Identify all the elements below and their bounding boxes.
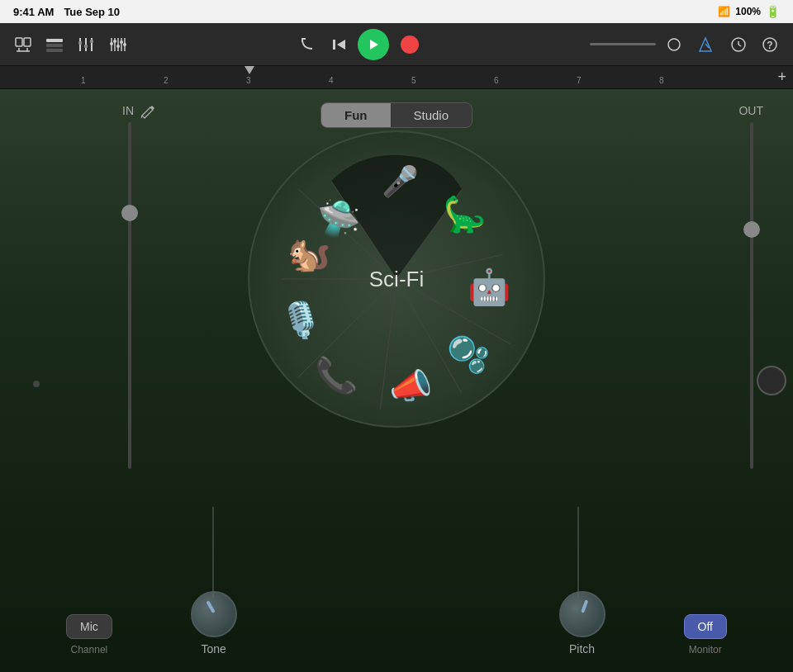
pencil-icon[interactable] — [140, 104, 155, 123]
voice-megaphone[interactable]: 📣 — [389, 369, 432, 404]
svg-marker-24 — [337, 40, 345, 50]
mode-tabs: Fun Studio — [321, 102, 472, 128]
ruler-mark-6: 6 — [494, 76, 499, 85]
new-track-button[interactable] — [10, 31, 36, 58]
clock-button[interactable] — [725, 31, 752, 58]
fun-tab[interactable]: Fun — [321, 103, 391, 127]
voice-monster[interactable]: 🦕 — [443, 197, 486, 232]
svg-rect-13 — [90, 40, 93, 43]
mic-emoji: 🎤 — [382, 167, 419, 196]
battery-label: 100% — [735, 6, 761, 17]
status-date: Tue Sep 10 — [64, 6, 120, 18]
progress-area — [590, 31, 719, 58]
squirrel-emoji: 🐿️ — [287, 237, 330, 272]
bottom-controls: Mic Channel Tone Pitch Off Monitor — [0, 591, 793, 655]
out-slider-handle[interactable] — [743, 221, 760, 238]
ruler-mark-2: 2 — [164, 76, 169, 85]
channel-label: Channel — [71, 644, 108, 655]
eq-button[interactable] — [104, 31, 131, 58]
pitch-label: Pitch — [569, 642, 595, 655]
svg-point-23 — [123, 43, 126, 46]
voice-mic[interactable]: 🎤 — [382, 167, 419, 196]
song-progress[interactable] — [590, 43, 656, 45]
svg-line-35 — [141, 116, 142, 118]
toolbar-left-group — [10, 31, 131, 58]
ruler-mark-8: 8 — [659, 76, 664, 85]
ufo-emoji: 🛸 — [317, 201, 360, 236]
help-button[interactable]: ? — [757, 31, 783, 58]
megaphone-emoji: 📣 — [389, 369, 432, 404]
mic-button[interactable]: Mic — [66, 614, 112, 639]
wifi-icon: 📶 — [718, 6, 730, 17]
ruler-mark-5: 5 — [411, 76, 416, 85]
svg-rect-0 — [16, 38, 22, 46]
tone-knob[interactable] — [191, 591, 237, 637]
toolbar-right-group: ? — [725, 31, 783, 58]
toolbar-center-group — [295, 29, 425, 60]
metronome-button[interactable] — [692, 31, 719, 58]
circle-button[interactable] — [661, 31, 687, 58]
status-time: 9:41 AM — [13, 6, 54, 18]
voice-telephone[interactable]: 📞 — [315, 358, 358, 393]
monitor-button[interactable]: Off — [684, 614, 727, 639]
ruler-mark-1: 1 — [81, 76, 86, 85]
monster-emoji: 🦕 — [443, 197, 486, 232]
svg-point-19 — [110, 42, 113, 45]
add-track-button[interactable]: + — [777, 69, 786, 86]
svg-rect-25 — [333, 40, 335, 50]
stand-mic-emoji: 🎙️ — [279, 303, 322, 338]
tone-group: Tone — [191, 591, 237, 655]
in-slider-track — [128, 122, 131, 469]
telephone-emoji: 📞 — [315, 358, 358, 393]
studio-tab[interactable]: Studio — [390, 103, 472, 127]
voice-squirrel[interactable]: 🐿️ — [287, 237, 330, 272]
robot-emoji: 🤖 — [468, 270, 510, 305]
tracks-view-button[interactable] — [41, 31, 68, 58]
svg-marker-26 — [370, 40, 378, 50]
toolbar: ? — [0, 23, 793, 66]
main-content: IN OUT Fun Studio — [0, 89, 793, 672]
in-label: IN — [122, 104, 134, 117]
svg-line-32 — [738, 45, 741, 46]
side-indicator — [33, 381, 40, 387]
svg-rect-6 — [46, 44, 63, 47]
mic-channel-group: Mic Channel — [66, 614, 112, 655]
voice-bubbles[interactable]: 🫧 — [447, 338, 490, 372]
bubbles-emoji: 🫧 — [447, 338, 490, 372]
play-button[interactable] — [358, 29, 389, 60]
svg-point-27 — [668, 39, 680, 50]
status-bar: 9:41 AM Tue Sep 10 📶 100% 🔋 — [0, 0, 793, 23]
in-slider-handle[interactable] — [121, 205, 138, 221]
ruler-mark-4: 4 — [329, 76, 334, 85]
svg-rect-1 — [24, 38, 31, 46]
battery-icon: 🔋 — [766, 5, 780, 18]
timeline-ruler[interactable]: 1 2 3 4 5 6 7 8 + — [0, 66, 793, 89]
svg-point-21 — [116, 45, 120, 48]
out-slider-track — [750, 122, 753, 469]
svg-rect-7 — [46, 49, 63, 52]
voice-wheel-container: Sci-Fi 🛸 🎤 🦕 🤖 🫧 — [248, 130, 545, 428]
go-to-start-button[interactable] — [326, 31, 353, 58]
voice-wheel[interactable]: Sci-Fi 🛸 🎤 🦕 🤖 🫧 — [248, 130, 545, 428]
monitor-group: Off Monitor — [684, 614, 727, 655]
pitch-knob[interactable] — [559, 591, 605, 637]
ruler-marks: 1 2 3 4 5 6 7 8 — [7, 66, 786, 88]
svg-rect-11 — [78, 41, 82, 45]
voice-ufo[interactable]: 🛸 — [317, 201, 360, 236]
tone-label: Tone — [202, 642, 226, 655]
record-button[interactable] — [394, 29, 425, 60]
svg-text:?: ? — [767, 40, 772, 51]
pitch-group: Pitch — [559, 591, 605, 655]
ruler-mark-7: 7 — [577, 76, 582, 85]
home-button[interactable] — [757, 366, 786, 395]
monitor-label: Monitor — [689, 644, 722, 655]
svg-rect-5 — [46, 39, 63, 42]
playhead[interactable] — [245, 66, 254, 74]
svg-point-22 — [120, 40, 123, 44]
voice-robot[interactable]: 🤖 — [468, 270, 510, 305]
svg-point-20 — [113, 40, 116, 43]
mixer-button[interactable] — [73, 31, 99, 58]
voice-stand-mic[interactable]: 🎙️ — [279, 303, 322, 338]
undo-button[interactable] — [295, 31, 321, 58]
out-label: OUT — [738, 104, 763, 117]
